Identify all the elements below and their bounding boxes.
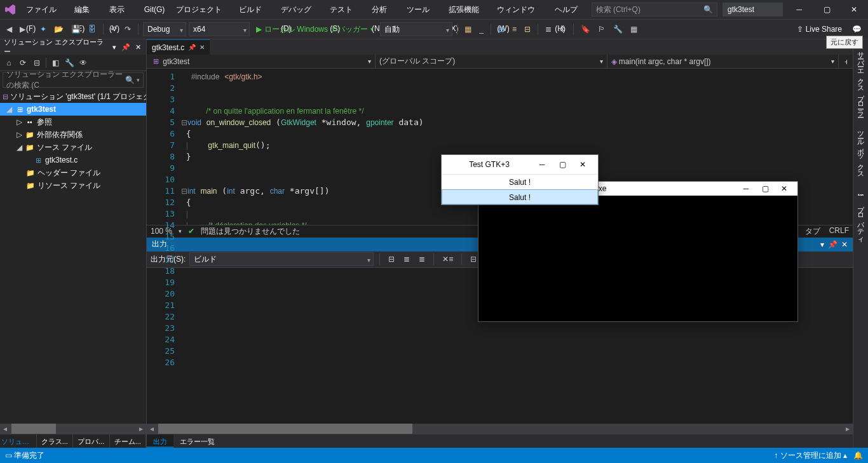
menu-item[interactable]: ウィンドウ(W)	[491, 0, 549, 19]
expand-icon[interactable]: ▷	[15, 130, 23, 139]
document-tab[interactable]: gtk3test.c📌✕	[147, 39, 210, 55]
undo-icon[interactable]: ↶	[108, 22, 119, 36]
nav-back-icon[interactable]: ◀	[4, 22, 15, 36]
output-hscroll[interactable]: ◂▸	[147, 424, 853, 434]
menu-item[interactable]: 分析(N)	[366, 0, 401, 19]
output-dropdown-icon[interactable]: ▾	[820, 240, 824, 249]
menu-item[interactable]: プロジェクト(P)	[170, 0, 233, 19]
new-icon[interactable]: ✦	[37, 22, 49, 36]
header-files-node[interactable]: 📁ヘッダー ファイル	[0, 166, 146, 179]
tb-icon-6[interactable]: ≣	[543, 22, 554, 36]
project-name-box[interactable]: gtk3test	[722, 3, 783, 17]
menu-item[interactable]: ヘルプ(H)	[549, 0, 591, 19]
solution-search[interactable]: ソリューション エクスプローラー の検索 (C 🔍▾	[3, 72, 144, 88]
tb-icon-4[interactable]: ≡	[510, 22, 519, 36]
sidebar-tab[interactable]: チーム...	[110, 434, 147, 448]
menu-item[interactable]: テスト(S)	[324, 0, 366, 19]
nav-project[interactable]: ⊞ gtk3test	[147, 55, 376, 68]
output-close-icon[interactable]: ✕	[841, 240, 848, 249]
run-button[interactable]: ▶ローカル Windows デバッガー▾	[252, 22, 377, 36]
gtk-close[interactable]: ✕	[573, 160, 593, 169]
sidebar-tab[interactable]: プロパ...	[73, 434, 110, 448]
gtk-minimize[interactable]: ─	[532, 160, 552, 169]
show-all-icon[interactable]: ◧	[49, 57, 62, 69]
feedback-icon[interactable]: 💬	[850, 22, 864, 36]
panel-pin-icon[interactable]: 📌	[120, 43, 132, 51]
out-icon-4[interactable]: ✕≡	[440, 252, 456, 266]
out-icon-1[interactable]: ⊟	[386, 252, 397, 266]
external-deps-node[interactable]: ▷📁外部依存関係	[0, 128, 146, 141]
open-icon[interactable]: 📂	[51, 22, 66, 36]
home-icon[interactable]: ⌂	[3, 57, 15, 69]
menu-item[interactable]: ファイル(F)	[20, 0, 69, 19]
tb-icon-3[interactable]: ⊞	[496, 22, 507, 36]
tb-icon-1[interactable]: ▦	[462, 22, 474, 36]
live-share-button[interactable]: ⇪Live Share	[792, 25, 847, 34]
sidebar-tab[interactable]: クラス...	[37, 434, 74, 448]
right-tab[interactable]: サーバー エクスプローラー	[854, 42, 867, 119]
preview-icon[interactable]: 👁	[77, 57, 90, 69]
tree-hscroll[interactable]: ◂▸	[0, 424, 146, 434]
resource-files-node[interactable]: 📁リソース ファイル	[0, 179, 146, 192]
tb-icon-10[interactable]: 🔧	[611, 22, 625, 36]
output-source-combo[interactable]: ビルド	[189, 252, 374, 266]
tb-icon-7[interactable]: ⚙	[557, 22, 569, 36]
references-node[interactable]: ▷▪▪参照	[0, 116, 146, 128]
menu-item[interactable]: 拡張機能(X)	[443, 0, 492, 19]
out-icon-2[interactable]: ≣	[401, 252, 412, 266]
menu-item[interactable]: 表示(V)	[104, 0, 139, 19]
tb-icon-11[interactable]: ▦	[628, 22, 640, 36]
menu-item[interactable]: ツール(T)	[401, 0, 442, 19]
tb-icon-9[interactable]: 🏳	[595, 22, 608, 36]
redo-icon[interactable]: ↷	[122, 22, 133, 36]
gtk-test-window[interactable]: Test GTK+3 ─ ▢ ✕ Salut ! Salut !	[441, 154, 599, 205]
console-maximize[interactable]: ▢	[756, 184, 775, 193]
source-control-add[interactable]: ↑ ソース管理に追加 ▴	[774, 450, 847, 461]
nav-scope[interactable]: (グローバル スコープ)	[376, 55, 607, 68]
error-list-tab[interactable]: エラー一覧	[173, 434, 221, 448]
save-all-icon[interactable]: 🗄	[86, 22, 98, 36]
source-file-item[interactable]: ⊞gtk3test.c	[0, 154, 146, 166]
solution-root[interactable]: ⊟ソリューション 'gtk3test' (1/1 プロジェクト	[0, 90, 146, 103]
close-button[interactable]: ✕	[841, 0, 868, 19]
project-node[interactable]: ◢⊞gtk3test	[0, 103, 146, 116]
tab-close-icon[interactable]: ✕	[200, 44, 205, 51]
output-pin-icon[interactable]: 📌	[828, 240, 837, 249]
console-minimize[interactable]: ─	[736, 184, 756, 193]
menu-item[interactable]: Git(G)	[139, 0, 171, 19]
maximize-button[interactable]: ▢	[813, 0, 840, 19]
tb-icon-5[interactable]: ⊟	[522, 22, 533, 36]
solution-tree[interactable]: ⊟ソリューション 'gtk3test' (1/1 プロジェクト ◢⊞gtk3te…	[0, 89, 146, 424]
expand-icon[interactable]: ◢	[5, 105, 13, 114]
console-close[interactable]: ✕	[775, 184, 794, 193]
save-icon[interactable]: 💾	[69, 22, 83, 36]
vs-logo-icon[interactable]	[0, 0, 20, 19]
right-tab[interactable]: ツールボックス	[854, 121, 867, 180]
right-tab[interactable]: プロパティ	[854, 196, 867, 246]
auto-combo[interactable]: 自動	[380, 22, 452, 36]
sync-icon[interactable]: ⟳	[17, 57, 29, 69]
right-tab[interactable]: 通知	[854, 183, 867, 193]
platform-combo[interactable]: x64	[189, 22, 250, 36]
nav-function[interactable]: ◈ main(int argc, char * argv[])	[607, 55, 839, 68]
menu-item[interactable]: デバッグ(D)	[275, 0, 324, 19]
output-tab[interactable]: 出力	[147, 434, 173, 448]
gtk-maximize[interactable]: ▢	[552, 160, 573, 169]
nav-fwd-icon[interactable]: ▶	[17, 22, 28, 36]
menu-item[interactable]: ビルド(B)	[233, 0, 275, 19]
menu-item[interactable]: 編集(E)	[69, 0, 104, 19]
panel-close-icon[interactable]: ✕	[134, 43, 142, 51]
search-box[interactable]: 検索 (Ctrl+Q)🔍	[592, 3, 717, 17]
minimize-button[interactable]: ─	[785, 0, 813, 19]
gtk-button[interactable]: Salut !	[442, 189, 598, 205]
out-icon-3[interactable]: ≣	[416, 252, 428, 266]
sidebar-tab[interactable]: ソリュー...	[0, 434, 37, 448]
source-files-node[interactable]: ◢📁ソース ファイル	[0, 141, 146, 154]
expand-icon[interactable]: ◢	[15, 143, 23, 152]
tb-icon-8[interactable]: 🔖	[578, 22, 593, 36]
collapse-icon[interactable]: ⊟	[31, 57, 43, 69]
pin-icon[interactable]: 📌	[188, 44, 196, 51]
properties-icon[interactable]: 🔧	[63, 57, 76, 69]
config-combo[interactable]: Debug	[143, 22, 186, 36]
split-icon[interactable]: ⫞	[839, 55, 853, 68]
